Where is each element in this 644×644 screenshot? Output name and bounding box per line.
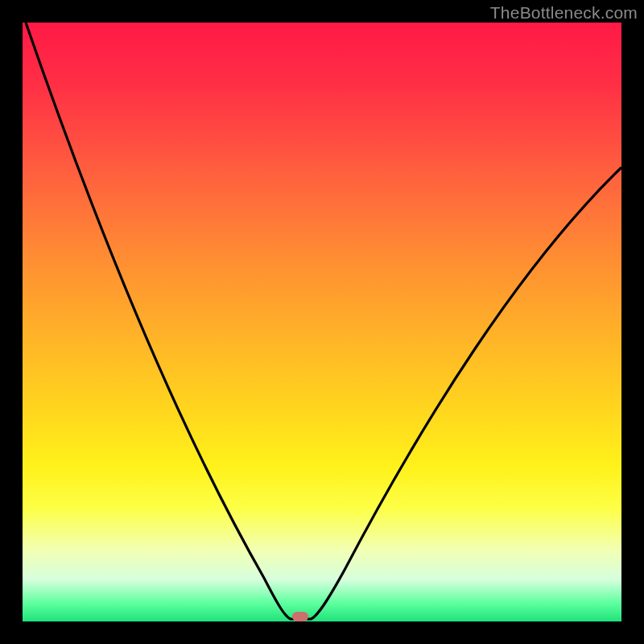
watermark-text: TheBottleneck.com <box>490 3 638 23</box>
chart-frame: TheBottleneck.com <box>0 0 644 644</box>
plot-area <box>23 23 621 621</box>
curve-path <box>26 23 621 619</box>
bottleneck-curve <box>23 23 621 621</box>
optimal-marker <box>292 612 308 621</box>
